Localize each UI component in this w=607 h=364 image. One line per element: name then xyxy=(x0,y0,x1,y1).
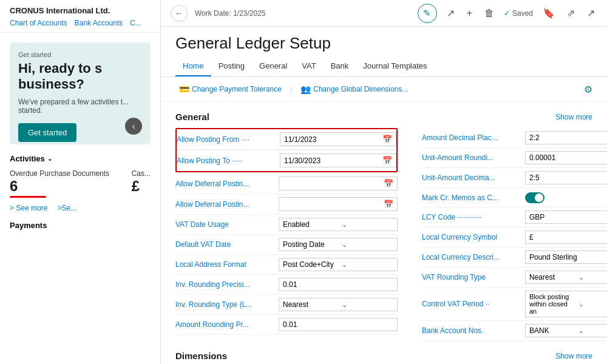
tab-posting[interactable]: Posting xyxy=(211,56,252,76)
check-icon: ✓ xyxy=(504,9,510,18)
default-vat-date-arrow-icon: ⌄ xyxy=(338,239,397,251)
action-bar: 💳 Change Payment Tolerance | 👥 Change Gl… xyxy=(161,77,607,102)
default-vat-date-row: Default VAT Date Posting Date ⌄ xyxy=(175,235,398,255)
general-show-more[interactable]: Show more xyxy=(555,113,592,121)
see-more-2-link[interactable]: >Se... xyxy=(57,204,76,212)
general-section-title: General xyxy=(175,112,209,122)
calendar-to-icon[interactable]: 📅 xyxy=(379,154,396,167)
local-address-format-row: Local Address Format Post Code+City ⌄ xyxy=(175,255,398,275)
payments-label: Payments xyxy=(10,221,151,230)
mark-cr-memos-toggle[interactable] xyxy=(525,192,544,203)
left-nav-links: Chart of Accounts Bank Accounts C... xyxy=(10,19,151,27)
left-body: Get started Hi, ready to sbusiness? We'v… xyxy=(0,33,160,364)
allow-deferral-to-input[interactable] xyxy=(279,198,380,211)
tab-bar: Home Posting General VAT Bank Journal Te… xyxy=(161,56,607,77)
change-global-dimensions-button[interactable]: 👥 Change Global Dimensions... xyxy=(297,82,412,96)
local-address-format-dropdown[interactable]: Post Code+City ⌄ xyxy=(279,258,398,271)
page-title: General Ledger Setup xyxy=(161,27,607,56)
allow-deferral-from-input[interactable] xyxy=(279,178,380,190)
cash-col: Cas... £ xyxy=(132,169,151,201)
inv-rounding-type-label: Inv. Rounding Type (L... xyxy=(175,300,279,309)
more-link[interactable]: C... xyxy=(130,19,141,27)
see-more-link[interactable]: > See more xyxy=(10,204,47,212)
allow-deferral-posting-to-label: Allow Deferral Postin... xyxy=(175,200,279,209)
change-payment-tolerance-button[interactable]: 💳 Change Payment Tolerance xyxy=(175,82,285,96)
back-button[interactable]: ← xyxy=(171,5,188,22)
local-currency-symbol-input[interactable] xyxy=(525,231,607,244)
local-address-format-label: Local Address Format xyxy=(175,260,279,269)
allow-posting-to-input-group: 📅 xyxy=(280,153,396,167)
open-new-button[interactable]: ⇗ xyxy=(565,5,577,21)
edit-button[interactable]: ✎ xyxy=(418,4,437,23)
activities-chevron-icon: ⌄ xyxy=(47,155,52,162)
allow-posting-from-row: Allow Posting From ···· 📅 xyxy=(177,129,396,150)
unit-amount-rounding-row: Unit-Amount Roundi... xyxy=(422,148,607,168)
delete-button[interactable]: 🗑 xyxy=(482,5,497,21)
carousel-prev-button[interactable]: ‹ xyxy=(125,118,142,135)
default-vat-date-label: Default VAT Date xyxy=(175,240,279,249)
calendar-from-icon[interactable]: 📅 xyxy=(379,133,396,146)
allow-posting-from-input[interactable] xyxy=(280,133,379,146)
inv-rounding-precision-label: Inv. Rounding Precisi... xyxy=(175,280,279,289)
tab-bank[interactable]: Bank xyxy=(324,56,356,76)
activities-header[interactable]: Activities ⌄ xyxy=(10,154,151,163)
allow-deferral-to-input-group: 📅 xyxy=(279,197,398,211)
bank-account-nos-dropdown[interactable]: BANK ⌄ xyxy=(525,324,607,337)
unit-amount-rounding-input[interactable] xyxy=(525,151,607,164)
bank-accounts-link[interactable]: Bank Accounts xyxy=(75,19,123,27)
top-bar: ← Work Date: 1/23/2025 ✎ ↗ + 🗑 ✓ Saved 🔖… xyxy=(161,0,607,27)
bookmark-button[interactable]: 🔖 xyxy=(540,5,557,21)
left-panel: CRONUS International Ltd. Chart of Accou… xyxy=(0,0,161,364)
get-started-button[interactable]: Get started xyxy=(18,123,76,142)
dimensions-show-more[interactable]: Show more xyxy=(555,352,592,360)
amount-rounding-precision-label: Amount Rounding Pr... xyxy=(175,320,279,329)
company-name: CRONUS International Ltd. xyxy=(10,6,151,15)
allow-posting-to-input[interactable] xyxy=(280,155,379,167)
tab-home[interactable]: Home xyxy=(175,56,211,76)
local-currency-description-row: Local Currency Descri... xyxy=(422,248,607,268)
get-started-card: Get started Hi, ready to sbusiness? We'v… xyxy=(10,42,151,144)
amount-rounding-precision-input[interactable] xyxy=(279,318,398,331)
vat-rounding-type-dropdown[interactable]: Nearest ⌄ xyxy=(525,271,607,284)
allow-deferral-from-input-group: 📅 xyxy=(279,177,398,190)
vat-date-usage-dropdown[interactable]: Enabled ⌄ xyxy=(279,218,398,231)
default-vat-date-dropdown[interactable]: Posting Date ⌄ xyxy=(279,238,398,251)
allow-posting-to-row: Allow Posting To ····· 📅 xyxy=(177,150,396,171)
chart-of-accounts-link[interactable]: Chart of Accounts xyxy=(10,19,67,27)
local-currency-description-input[interactable] xyxy=(525,251,607,264)
left-header: CRONUS International Ltd. Chart of Accou… xyxy=(0,0,160,33)
main-panel: ← Work Date: 1/23/2025 ✎ ↗ + 🗑 ✓ Saved 🔖… xyxy=(161,0,607,364)
allow-deferral-posting-from-row: Allow Deferral Postin... 📅 xyxy=(175,174,398,194)
tab-journal-templates[interactable]: Journal Templates xyxy=(356,56,434,76)
unit-amount-decimal-input[interactable] xyxy=(525,171,607,184)
local-address-format-value: Post Code+City xyxy=(279,258,338,271)
calendar-deferral-from-icon[interactable]: 📅 xyxy=(380,177,397,190)
amount-decimal-places-label: Amount Decimal Plac... xyxy=(422,133,525,142)
tab-general[interactable]: General xyxy=(252,56,294,76)
dimensions-section-title: Dimensions xyxy=(175,351,227,361)
vat-date-usage-arrow-icon: ⌄ xyxy=(338,219,397,231)
calendar-deferral-to-icon[interactable]: 📅 xyxy=(380,198,397,211)
inv-rounding-type-dropdown[interactable]: Nearest ⌄ xyxy=(279,298,398,311)
vat-rounding-type-value: Nearest xyxy=(526,271,575,283)
overdue-bar xyxy=(10,196,46,198)
bank-account-nos-arrow-icon: ⌄ xyxy=(575,325,607,337)
settings-icon[interactable]: ⚙ xyxy=(584,84,592,95)
dimensions-section: Dimensions Show more xyxy=(175,351,592,361)
left-fields: Allow Posting From ···· 📅 Allow Posting … xyxy=(175,128,398,341)
lcy-code-input[interactable] xyxy=(525,211,607,224)
expand-button[interactable]: ↗ xyxy=(585,5,597,21)
vat-rounding-type-row: VAT Rounding Type Nearest ⌄ xyxy=(422,268,607,288)
share-button[interactable]: ↗ xyxy=(444,5,457,21)
allow-posting-to-label: Allow Posting To ····· xyxy=(177,157,280,165)
local-currency-symbol-row: Local Currency Symbol xyxy=(422,228,607,248)
fields-grid: Allow Posting From ···· 📅 Allow Posting … xyxy=(175,128,592,341)
overdue-label: Overdue Purchase Documents 6 xyxy=(10,169,109,201)
amount-decimal-places-input[interactable] xyxy=(525,131,607,144)
unit-amount-decimal-row: Unit-Amount Decima... xyxy=(422,168,607,188)
plus-button[interactable]: + xyxy=(464,5,475,21)
inv-rounding-precision-input[interactable] xyxy=(279,278,398,291)
control-vat-period-dropdown[interactable]: Block posting within closed an ⌄ xyxy=(525,291,607,317)
activity-overdue-row: Overdue Purchase Documents 6 Cas... £ xyxy=(10,169,151,201)
tab-vat[interactable]: VAT xyxy=(294,56,323,76)
